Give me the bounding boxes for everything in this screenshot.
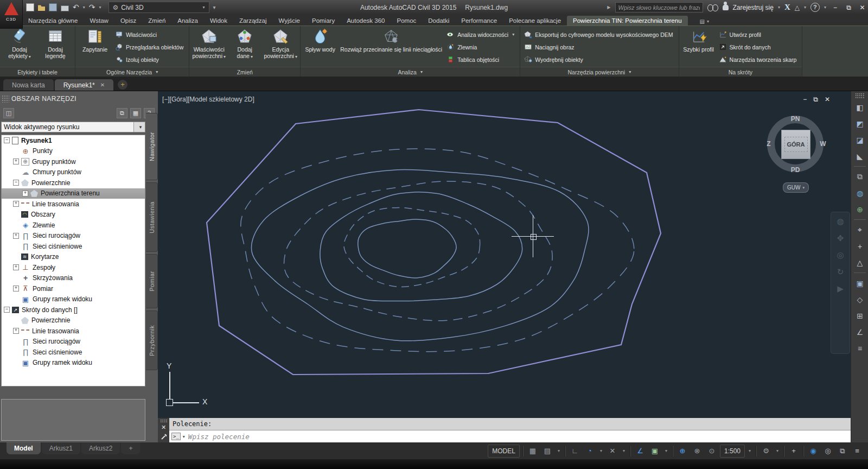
- edit-surface-button[interactable]: Edycja powierzchni▾: [263, 27, 298, 61]
- toolspace-tab-nawigator[interactable]: Nawigator: [146, 113, 158, 180]
- osnap-tracking-icon[interactable]: ∠: [634, 445, 647, 457]
- tree-item-korytarze[interactable]: ≋Korytarze: [2, 252, 145, 263]
- redo-caret-icon[interactable]: ▾: [99, 5, 101, 10]
- add-layout-button[interactable]: +: [121, 442, 140, 454]
- object-viewer-button[interactable]: Przeglądarka obiektów: [113, 41, 187, 53]
- item-view-icon[interactable]: ◫: [3, 108, 14, 118]
- ribbon-tab-performance[interactable]: Performance: [455, 16, 503, 26]
- expand-icon[interactable]: +: [13, 233, 19, 239]
- toolspace-tab-pomiar[interactable]: Pomiar: [146, 254, 158, 308]
- plot-icon[interactable]: [61, 5, 69, 11]
- drape-image-button[interactable]: Naciągnij obraz: [522, 41, 676, 53]
- workspace-selector[interactable]: ⚙ Civil 3D ▾: [108, 2, 209, 13]
- isodraft-chevron[interactable]: ▾: [621, 445, 627, 457]
- navigation-bar[interactable]: ◍✥◎↻▶: [831, 212, 850, 354]
- file-tab-rysunek1[interactable]: Rysunek1* ✕: [55, 79, 113, 91]
- tree-item-zespoly[interactable]: +⊥Zespoły: [2, 262, 145, 273]
- viewport-minimize-icon[interactable]: −: [803, 96, 807, 103]
- ribbon-tab-dodatki[interactable]: Dodatki: [422, 16, 455, 26]
- toolbar-grip-icon[interactable]: [855, 93, 865, 98]
- surface-shade-icon[interactable]: ◪: [853, 133, 866, 147]
- tree-item-skrot-grupy-ramek[interactable]: ▣Grupy ramek widoku: [2, 358, 145, 369]
- help-caret-icon[interactable]: ▾: [824, 5, 826, 10]
- search-expand-icon[interactable]: ▶: [607, 5, 610, 10]
- major-contour-line[interactable]: [358, 219, 457, 278]
- surface-contour-icon[interactable]: ◩: [853, 117, 866, 130]
- new-drawing-tab-button[interactable]: +: [118, 80, 127, 90]
- save-icon[interactable]: [49, 3, 57, 11]
- create-profile-button[interactable]: Utwórz profil: [717, 28, 800, 41]
- search-icon[interactable]: [707, 4, 718, 11]
- expand-icon[interactable]: +: [13, 201, 19, 207]
- point-style-icon[interactable]: △: [853, 256, 866, 269]
- clean-screen-icon[interactable]: ⧉: [836, 445, 849, 457]
- redo-button[interactable]: ↷: [89, 0, 95, 15]
- osnap-chevron[interactable]: ▾: [663, 445, 669, 457]
- tree-item-chmury-punktow[interactable]: ☁Chmury punktów: [2, 167, 145, 178]
- export-dem-button[interactable]: Eksportuj do cyfrowego modelu wysokościo…: [522, 28, 676, 41]
- tree-item-punkty[interactable]: ⊕Punkty: [2, 146, 145, 157]
- ortho-mode-icon[interactable]: ∟: [569, 445, 582, 457]
- ribbon-tab-narzedzia-glowne[interactable]: Narzędzia główne: [22, 16, 84, 26]
- collapse-icon[interactable]: −: [4, 307, 10, 313]
- drawing-area[interactable]: [−][Góra][Model szkieletowy 2D] − ⧉ ✕ PN…: [158, 91, 851, 418]
- tree-item-skrot-linie-trasowania[interactable]: +Linie trasowania: [2, 326, 145, 337]
- polar-tracking-icon[interactable]: ◔: [583, 445, 596, 457]
- ribbon-display-toggle[interactable]: ▤ ▾: [695, 17, 713, 26]
- expand-icon[interactable]: +: [13, 286, 19, 291]
- tree-item-rysunek1[interactable]: −Rysunek1: [2, 135, 145, 146]
- collapse-icon[interactable]: −: [4, 137, 10, 143]
- surface-properties-button[interactable]: Właściwości powierzchni▾: [192, 27, 226, 61]
- communication-center-icon[interactable]: △: [795, 4, 800, 11]
- data-shortcut-button[interactable]: Skrót do danych: [717, 41, 800, 53]
- ribbon-tab-polecane-aplikacje[interactable]: Polecane aplikacje: [503, 16, 567, 26]
- collapse-icon[interactable]: −: [13, 180, 19, 186]
- surface-slope-icon[interactable]: ◣: [853, 149, 866, 163]
- paste-surface-icon[interactable]: ⧉: [853, 170, 866, 183]
- minimize-button[interactable]: −: [831, 4, 840, 11]
- parcel-tool-icon[interactable]: ◇: [853, 293, 866, 306]
- qat-customize-icon[interactable]: ▾: [213, 4, 216, 10]
- minor-contour-line[interactable]: [241, 149, 634, 352]
- application-menu-button[interactable]: C3D: [0, 0, 23, 29]
- viewcube-west-label[interactable]: Z: [767, 140, 770, 148]
- orbit-icon[interactable]: ↻: [837, 267, 844, 277]
- viewcube-east-label[interactable]: W: [820, 140, 826, 148]
- grid-tool-icon[interactable]: ⊞: [853, 309, 866, 322]
- point-select-icon[interactable]: +: [853, 239, 866, 253]
- tree-item-skroty-do-danych[interactable]: −↗Skróty do danych []: [2, 305, 145, 315]
- surface-style-icon[interactable]: ◧: [853, 100, 866, 114]
- expand-icon[interactable]: +: [13, 264, 19, 270]
- workspace-chevron[interactable]: ▾: [774, 445, 781, 457]
- visibility-check-button[interactable]: Analiza widoczności▾: [445, 28, 518, 41]
- customize-plus-icon[interactable]: +: [787, 445, 800, 457]
- active-drawing-view-dropdown[interactable]: Widok aktywnego rysunku ▾: [1, 122, 145, 132]
- customize-wrench-icon[interactable]: [161, 434, 167, 440]
- command-prompt-icon[interactable]: >_: [171, 433, 181, 440]
- exchange-apps-icon[interactable]: X: [784, 3, 790, 12]
- chevron-down-icon[interactable]: ▾: [133, 122, 145, 132]
- panel-title-general-tools[interactable]: Ogólne Narzędzia▾: [75, 67, 189, 77]
- annotation-visibility-icon[interactable]: ⊕: [676, 445, 689, 457]
- point-marker-icon[interactable]: ⌖: [853, 223, 866, 237]
- ribbon-tab-analiza[interactable]: Analiza: [171, 16, 204, 26]
- close-button[interactable]: ✕: [858, 4, 867, 11]
- resolve-crossing-breaklines-button[interactable]: Rozwiąż przecinanie się linii nieciągłoś…: [339, 27, 444, 54]
- command-caret-icon[interactable]: ▾: [183, 434, 185, 439]
- grid-display-icon[interactable]: ▤: [541, 445, 554, 457]
- frame-tool-icon[interactable]: ▣: [853, 276, 866, 290]
- copy-items-icon[interactable]: ⧉: [117, 108, 127, 118]
- isodraft-icon[interactable]: ✕: [606, 445, 619, 457]
- showmotion-icon[interactable]: ▶: [837, 284, 844, 294]
- minor-contour-line[interactable]: [284, 181, 553, 321]
- preview-list-icon[interactable]: ▦: [130, 108, 141, 118]
- ribbon-tab-wstaw[interactable]: Wstaw: [84, 16, 114, 26]
- toolspace-header[interactable]: OBSZAR NARZĘDZI: [0, 93, 158, 105]
- isolate-objects-status-ic[interactable]: ◎: [821, 445, 834, 457]
- add-labels-button[interactable]: Dodaj etykiety▾: [2, 27, 37, 61]
- search-input[interactable]: [615, 2, 703, 12]
- grading-creation-tools-button[interactable]: Narzędzia tworzenia skarp: [717, 53, 800, 66]
- annotation-scale-value[interactable]: 1:500: [720, 445, 745, 458]
- model-space-button[interactable]: MODEL: [488, 445, 520, 458]
- major-contour-line[interactable]: [251, 169, 588, 341]
